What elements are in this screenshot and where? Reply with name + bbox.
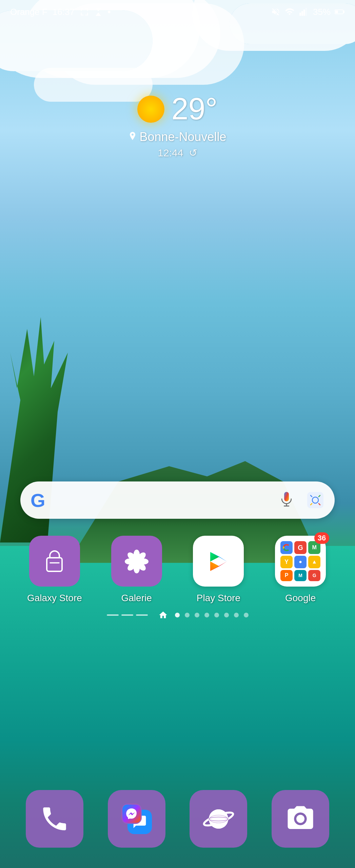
svg-rect-5: [81, 13, 81, 15]
play-icon: [204, 547, 233, 576]
location-name: Bonne-Nouvelle: [139, 130, 226, 144]
bag-icon: [40, 547, 69, 576]
page-indicators: [0, 610, 355, 620]
weather-temperature: 29°: [171, 92, 217, 126]
page-dot-1: [175, 613, 180, 617]
location-pin-icon: [129, 132, 137, 142]
svg-rect-9: [301, 11, 303, 16]
google-folder-label: Google: [285, 593, 316, 604]
svg-rect-3: [87, 8, 88, 11]
lens-search-button[interactable]: [306, 491, 324, 510]
play-store-icon: [193, 536, 244, 587]
weather-temp-row: 29°: [137, 92, 217, 126]
signal-icon: [299, 7, 309, 17]
status-bar: Orange F 16:37 • 35%: [0, 0, 355, 24]
weather-time: 12:44 ↺: [158, 147, 197, 159]
google-logo: G: [31, 489, 45, 511]
time-label: 16:37: [53, 7, 75, 17]
svg-rect-1: [81, 8, 81, 11]
svg-rect-14: [335, 11, 338, 13]
galerie-icon: [111, 536, 162, 587]
svg-rect-17: [47, 558, 62, 571]
battery-icon: [335, 7, 345, 17]
galerie-label: Galerie: [121, 593, 152, 604]
google-folder-icon: 36 G M Y: [275, 536, 326, 587]
weather-widget: 29° Bonne-Nouvelle 12:44 ↺: [0, 92, 355, 159]
messenger-icon: [125, 807, 138, 820]
svg-point-28: [133, 558, 140, 565]
status-left: Orange F 16:37 •: [10, 6, 111, 17]
svg-rect-7: [87, 13, 88, 15]
browser-icon: [202, 803, 235, 835]
voice-search-button[interactable]: [277, 491, 296, 510]
camera-icon: [285, 804, 316, 834]
bottom-dock: [0, 790, 355, 848]
mute-icon: [271, 7, 280, 17]
google-icon: [283, 544, 290, 551]
page-dot-4: [204, 613, 209, 617]
app-galaxy-store[interactable]: Galaxy Store: [21, 536, 88, 604]
svg-rect-15: [307, 492, 323, 508]
page-dot-7: [234, 613, 239, 617]
dock-messages[interactable]: [108, 790, 165, 848]
hourglass-icon: [94, 7, 102, 17]
notification-badge: 36: [314, 532, 329, 544]
camera-search-icon: [307, 492, 323, 508]
app-google-folder[interactable]: 36 G M Y: [267, 536, 334, 604]
screenshot-icon: [80, 7, 89, 17]
search-bar[interactable]: G: [20, 481, 335, 519]
page-dot-3: [195, 613, 199, 617]
page-dot-2: [185, 613, 190, 617]
svg-rect-10: [303, 9, 305, 16]
weather-location: Bonne-Nouvelle: [129, 130, 226, 144]
wifi-icon: [284, 7, 295, 17]
dock-camera[interactable]: [272, 790, 329, 848]
galaxy-store-icon: [29, 536, 80, 587]
page-dot-6: [224, 613, 229, 617]
app-grid: Galaxy Store Galerie: [0, 536, 355, 604]
dock-internet[interactable]: [190, 790, 247, 848]
app-play-store[interactable]: Play Store: [184, 536, 252, 604]
svg-rect-8: [299, 13, 301, 16]
status-right: 35%: [271, 7, 345, 17]
flower-icon: [122, 547, 151, 576]
microphone-icon: [279, 491, 294, 509]
sun-icon: [137, 96, 164, 123]
play-store-label: Play Store: [197, 593, 240, 604]
search-icons-right: [277, 491, 324, 510]
page-dot-8: [244, 613, 249, 617]
battery-label: 35%: [313, 7, 331, 17]
dock-phone[interactable]: [26, 790, 83, 848]
svg-rect-11: [305, 8, 307, 16]
home-icon: [158, 610, 168, 620]
app-galerie[interactable]: Galerie: [103, 536, 171, 604]
phone-icon: [39, 804, 70, 834]
galaxy-store-label: Galaxy Store: [27, 593, 82, 604]
carrier-label: Orange F: [10, 7, 47, 17]
dot-indicator: •: [107, 6, 111, 17]
page-dot-5: [214, 613, 219, 617]
home-indicator: [158, 610, 168, 620]
svg-rect-13: [343, 11, 344, 13]
